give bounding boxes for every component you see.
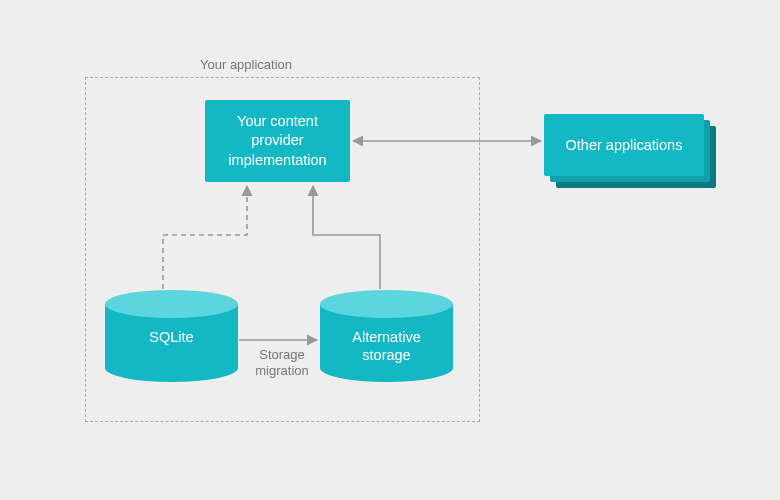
other-apps-box: Other applications [544,114,704,176]
migration-label: Storagemigration [242,347,322,378]
alt-storage-cylinder: Alternativestorage [320,290,453,382]
alt-storage-label: Alternativestorage [320,328,453,364]
sqlite-label: SQLite [105,328,238,346]
content-provider-box: Your contentproviderimplementation [205,100,350,182]
sqlite-cylinder: SQLite [105,290,238,382]
container-label: Your application [200,57,292,72]
